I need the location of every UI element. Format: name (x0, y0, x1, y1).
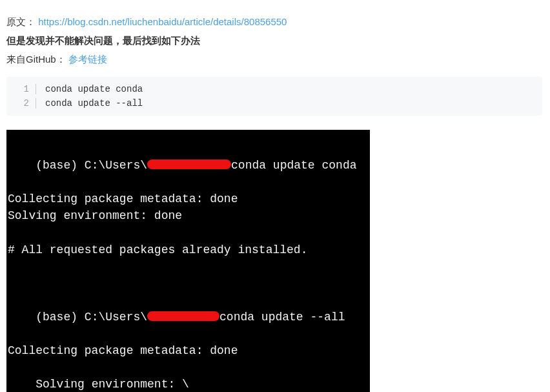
redaction-mark (147, 160, 231, 169)
terminal-blank-line (8, 275, 366, 292)
command-text: conda update conda (231, 159, 356, 172)
source-line: 原文： https://blog.csdn.net/liuchenbaidu/a… (6, 13, 544, 30)
terminal-line: Solving environment: \ (8, 359, 366, 392)
terminal-line: (base) C:\Users\conda update --all (8, 292, 366, 342)
code-row: 1 conda update conda (6, 82, 542, 96)
code-block: 1 conda update conda 2 conda update --al… (6, 77, 542, 116)
code-text: conda update --all (36, 98, 143, 108)
line-number: 2 (6, 98, 36, 108)
terminal-line: Solving environment: done (8, 207, 366, 224)
source-url-link[interactable]: https://blog.csdn.net/liuchenbaidu/artic… (38, 16, 287, 27)
terminal-blank-line (8, 224, 366, 241)
terminal-line: (base) C:\Users\conda update conda (8, 140, 366, 191)
prompt-text: (base) C:\Users\ (36, 311, 147, 324)
source-label: 原文： (6, 16, 36, 27)
solving-text: Solving environment: \ (36, 378, 196, 391)
terminal-blank-line (8, 258, 366, 275)
redaction-mark (147, 311, 219, 321)
github-line: 来自GitHub： 参考链接 (6, 50, 544, 68)
github-reference-link[interactable]: 参考链接 (68, 54, 107, 65)
line-number: 1 (6, 84, 36, 94)
terminal-line: Collecting package metadata: done (8, 191, 366, 207)
terminal-screenshot: (base) C:\Users\conda update conda Colle… (6, 130, 370, 392)
github-label: 来自GitHub： (6, 54, 66, 65)
prompt-text: (base) C:\Users\ (36, 159, 147, 172)
terminal-line: # All requested packages already install… (8, 242, 366, 258)
intro-bold-text: 但是发现并不能解决问题，最后找到如下办法 (6, 32, 544, 49)
command-text: conda update --all (219, 311, 345, 324)
code-text: conda update conda (36, 84, 143, 94)
code-row: 2 conda update --all (6, 96, 542, 110)
terminal-line: Collecting package metadata: done (8, 342, 366, 359)
